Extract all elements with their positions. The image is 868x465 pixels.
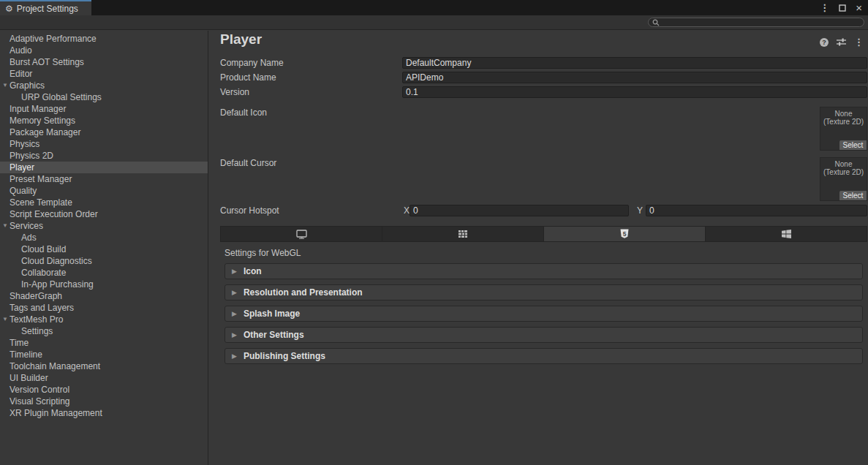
sidebar-item-label: Physics 2D <box>0 151 53 161</box>
version-input[interactable]: 0.1 <box>402 86 867 98</box>
sidebar-item-label: Script Execution Order <box>0 209 98 219</box>
sidebar-item-label: Time <box>0 338 29 348</box>
platform-tab-webgl[interactable]: 5 <box>543 227 705 241</box>
sidebar: Adaptive PerformanceAudioBurst AOT Setti… <box>0 31 208 465</box>
window-menu-icon[interactable]: ⋮ <box>820 3 829 12</box>
sidebar-item-collaborate[interactable]: Collaborate <box>0 267 208 279</box>
cursor-hotspot-x-input[interactable]: 0 <box>410 205 629 216</box>
sidebar-item-label: Player <box>0 162 34 173</box>
sidebar-item-ads[interactable]: Ads <box>0 232 208 243</box>
sidebar-item-xr-plugin-management[interactable]: XR Plugin Management <box>0 407 208 419</box>
foldout-open-icon[interactable]: ▼ <box>2 314 8 325</box>
sidebar-item-ui-builder[interactable]: UI Builder <box>0 372 208 384</box>
product-name-label: Product Name <box>220 72 276 83</box>
help-icon[interactable]: ? <box>820 38 829 47</box>
sidebar-item-toolchain-management[interactable]: Toolchain Management <box>0 360 208 372</box>
section-other-settings[interactable]: ▶Other Settings <box>224 327 863 343</box>
sidebar-item-timeline[interactable]: Timeline <box>0 349 208 360</box>
section-label: Splash Image <box>244 309 300 319</box>
sidebar-item-label: Preset Manager <box>0 174 72 184</box>
sidebar-item-settings[interactable]: Settings <box>0 325 208 337</box>
webgl-icon: 5 <box>620 229 629 239</box>
cursor-hotspot-y-input[interactable]: 0 <box>646 205 867 216</box>
page-title: Player <box>220 31 262 48</box>
cursor-hotspot-y-label: Y <box>637 205 643 216</box>
cursor-hotspot-label: Cursor Hotspot <box>220 205 279 216</box>
sidebar-item-label: Visual Scripting <box>0 396 70 407</box>
foldout-open-icon[interactable]: ▼ <box>2 80 8 91</box>
sidebar-item-label: Adaptive Performance <box>0 34 97 44</box>
sidebar-item-audio[interactable]: Audio <box>0 45 208 56</box>
sidebar-item-in-app-purchasing[interactable]: In-App Purchasing <box>0 279 208 290</box>
platform-tab-standalone[interactable] <box>221 227 382 241</box>
sidebar-item-version-control[interactable]: Version Control <box>0 384 208 396</box>
close-icon[interactable]: × <box>856 2 862 13</box>
sidebar-item-label: ShaderGraph <box>0 291 62 301</box>
sidebar-item-label: Ads <box>0 232 37 243</box>
foldout-open-icon[interactable]: ▼ <box>2 221 8 231</box>
search-input[interactable] <box>648 18 864 27</box>
sidebar-item-label: Editor <box>0 69 32 79</box>
main-panel: Player ? ⋮ Company NameDefaultCompanyPro… <box>209 31 868 465</box>
sidebar-item-shadergraph[interactable]: ShaderGraph <box>0 290 208 302</box>
sidebar-item-label: Collaborate <box>0 268 66 278</box>
company-name-input[interactable]: DefaultCompany <box>402 57 867 69</box>
sidebar-item-label: Audio <box>0 45 32 56</box>
more-icon[interactable]: ⋮ <box>854 37 864 48</box>
sidebar-item-label: Quality <box>0 186 37 196</box>
sidebar-item-player[interactable]: Player <box>0 162 208 173</box>
sidebar-item-label: Version Control <box>0 385 69 395</box>
version-label: Version <box>220 87 249 97</box>
sidebar-item-physics-2d[interactable]: Physics 2D <box>0 150 208 162</box>
tab-project-settings[interactable]: ⚙ Project Settings <box>0 0 91 15</box>
sidebar-item-urp-global-settings[interactable]: URP Global Settings <box>0 91 208 103</box>
sidebar-item-adaptive-performance[interactable]: Adaptive Performance <box>0 33 208 45</box>
sidebar-item-time[interactable]: Time <box>0 337 208 349</box>
maximize-icon[interactable] <box>839 4 846 12</box>
window-controls: ⋮ × <box>820 0 862 15</box>
section-icon[interactable]: ▶Icon <box>224 263 863 279</box>
platform-tab-windows-store[interactable] <box>705 227 867 241</box>
sidebar-item-script-execution-order[interactable]: Script Execution Order <box>0 208 208 220</box>
header-icons: ? ⋮ <box>820 37 864 48</box>
presets-icon[interactable] <box>837 38 846 46</box>
sidebar-item-label: XR Plugin Management <box>0 408 102 418</box>
sidebar-item-visual-scripting[interactable]: Visual Scripting <box>0 396 208 407</box>
foldout-closed-icon: ▶ <box>232 268 237 275</box>
sidebar-item-burst-aot-settings[interactable]: Burst AOT Settings <box>0 56 208 68</box>
section-label: Resolution and Presentation <box>244 287 363 298</box>
section-splash-image[interactable]: ▶Splash Image <box>224 306 863 322</box>
sidebar-item-cloud-diagnostics[interactable]: Cloud Diagnostics <box>0 255 208 267</box>
company-name-label: Company Name <box>220 58 284 68</box>
sidebar-item-tags-and-layers[interactable]: Tags and Layers <box>0 302 208 314</box>
sidebar-item-editor[interactable]: Editor <box>0 68 208 80</box>
default-icon-texture-slot[interactable]: None(Texture 2D)Select <box>820 107 867 151</box>
default-cursor-texture-slot[interactable]: None(Texture 2D)Select <box>820 157 867 201</box>
sidebar-item-textmesh-pro[interactable]: ▼TextMesh Pro <box>0 314 208 325</box>
sidebar-item-input-manager[interactable]: Input Manager <box>0 103 208 115</box>
sidebar-item-graphics[interactable]: ▼Graphics <box>0 80 208 91</box>
sidebar-item-cloud-build[interactable]: Cloud Build <box>0 243 208 255</box>
sidebar-item-scene-template[interactable]: Scene Template <box>0 197 208 208</box>
sidebar-item-label: Physics <box>0 139 39 149</box>
platform-tab-dedicated-server[interactable] <box>382 227 543 241</box>
section-publishing-settings[interactable]: ▶Publishing Settings <box>224 348 863 364</box>
sidebar-item-package-manager[interactable]: Package Manager <box>0 126 208 138</box>
settings-for-label: Settings for WebGL <box>224 248 301 258</box>
sidebar-item-label: Tags and Layers <box>0 303 74 313</box>
product-name-input[interactable]: APIDemo <box>402 72 867 83</box>
sidebar-item-label: Package Manager <box>0 127 80 137</box>
texture-none-label: None <box>820 110 867 118</box>
sidebar-item-physics[interactable]: Physics <box>0 138 208 150</box>
select-texture-button[interactable]: Select <box>839 191 867 200</box>
foldout-closed-icon: ▶ <box>232 353 237 360</box>
sidebar-item-memory-settings[interactable]: Memory Settings <box>0 115 208 126</box>
sidebar-item-label: TextMesh Pro <box>0 314 63 325</box>
section-resolution-and-presentation[interactable]: ▶Resolution and Presentation <box>224 284 863 300</box>
foldout-closed-icon: ▶ <box>232 290 237 296</box>
sidebar-item-preset-manager[interactable]: Preset Manager <box>0 173 208 185</box>
sidebar-item-services[interactable]: ▼Services <box>0 220 208 232</box>
select-texture-button[interactable]: Select <box>839 140 867 150</box>
titlebar: ⚙ Project Settings ⋮ × <box>0 0 868 15</box>
sidebar-item-quality[interactable]: Quality <box>0 185 208 197</box>
